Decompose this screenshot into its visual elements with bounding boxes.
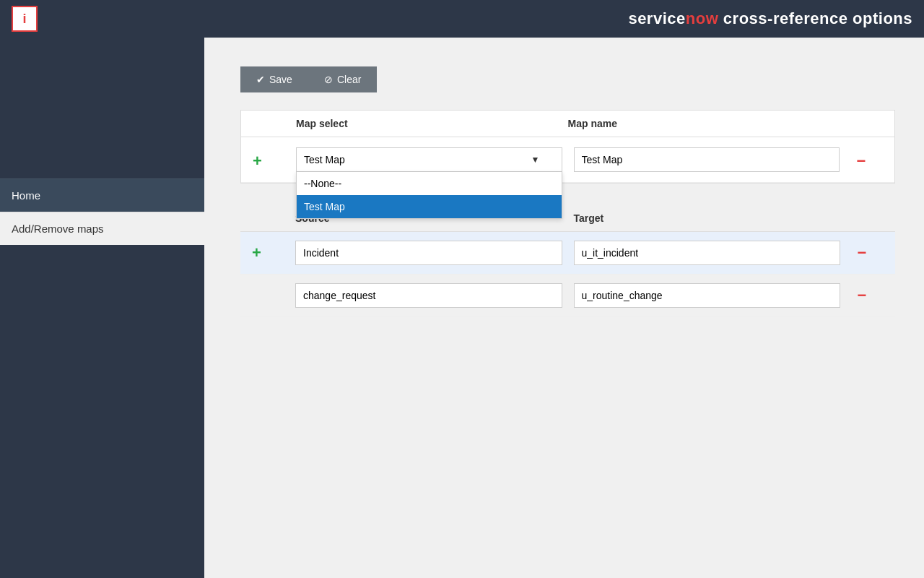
source-input-1[interactable]	[295, 241, 562, 265]
main-content: ✔ Save ⊘ Clear Map select Map name +	[204, 38, 924, 578]
target-input-2[interactable]	[574, 283, 841, 308]
map-row-add-col: +	[253, 147, 296, 169]
map-name-input[interactable]	[574, 147, 840, 172]
sidebar-item-home[interactable]: Home	[0, 178, 204, 212]
app-logo: i	[12, 6, 38, 32]
st-row1-add-col: +	[252, 245, 295, 261]
dropdown-option-testmap[interactable]: Test Map	[297, 195, 562, 218]
clear-label: Clear	[337, 74, 361, 85]
col-action-header	[840, 118, 883, 129]
map-row-select-col: Test Map ▼ --None-- Test Map	[296, 147, 562, 172]
clear-icon: ⊘	[324, 74, 333, 85]
map-select-wrapper: Test Map ▼ --None-- Test Map	[296, 147, 562, 172]
source-input-2[interactable]	[295, 283, 562, 308]
map-section-header: Map select Map name	[241, 111, 894, 137]
save-button[interactable]: ✔ Save	[240, 66, 308, 92]
remove-map-button[interactable]: −	[857, 153, 866, 169]
st-row2-target-col	[562, 283, 841, 308]
sidebar-spacer	[0, 38, 204, 178]
sidebar-item-home-label: Home	[12, 189, 40, 202]
col-target-header: Target	[562, 212, 841, 224]
map-row: + Test Map ▼ --None-- Test	[241, 137, 894, 183]
save-icon: ✔	[256, 74, 265, 85]
sidebar: Home Add/Remove maps	[0, 38, 204, 578]
remove-mapping-button-2[interactable]: −	[858, 288, 867, 303]
st-row2-action-col: −	[840, 288, 884, 303]
add-map-button[interactable]: +	[253, 153, 262, 169]
map-select-value: Test Map	[304, 154, 345, 165]
st-row1-target-col	[562, 241, 841, 265]
logo-text: i	[22, 12, 26, 27]
map-row-action-col: −	[840, 147, 883, 169]
app-title: servicenow cross-reference options	[628, 9, 912, 28]
col-add-header	[253, 118, 296, 129]
st-row2-source-col	[295, 283, 562, 308]
title-prefix: service	[628, 9, 685, 27]
toolbar: ✔ Save ⊘ Clear	[240, 66, 895, 92]
save-label: Save	[269, 74, 292, 85]
remove-mapping-button-1[interactable]: −	[858, 245, 867, 261]
chevron-down-icon: ▼	[531, 155, 540, 165]
map-section: Map select Map name + Test Map ▼	[240, 110, 895, 184]
title-accent: now	[686, 9, 719, 27]
add-mapping-button[interactable]: +	[252, 245, 261, 261]
map-select-dropdown[interactable]: --None-- Test Map	[296, 172, 562, 219]
sidebar-item-add-remove-maps[interactable]: Add/Remove maps	[0, 212, 204, 245]
map-select-display[interactable]: Test Map ▼	[296, 147, 562, 172]
st-row-1: + −	[240, 232, 895, 275]
col-mapname-header: Map name	[568, 118, 840, 129]
header: i servicenow cross-reference options	[0, 0, 924, 38]
target-input-1[interactable]	[574, 241, 841, 265]
st-row1-source-col	[295, 241, 562, 265]
col-mapselect-header: Map select	[296, 118, 568, 129]
st-row-2: −	[240, 275, 895, 317]
dropdown-option-none[interactable]: --None--	[297, 172, 562, 195]
dropdown-option-none-label: --None--	[304, 178, 341, 189]
dropdown-option-testmap-label: Test Map	[304, 201, 345, 212]
title-suffix: cross-reference options	[718, 9, 912, 27]
source-target-section: Source Target + −	[240, 205, 895, 317]
main-layout: Home Add/Remove maps ✔ Save ⊘ Clear Map …	[0, 38, 924, 578]
st-row1-action-col: −	[840, 245, 884, 261]
clear-button[interactable]: ⊘ Clear	[308, 66, 377, 92]
map-row-name-col	[562, 147, 840, 172]
sidebar-item-add-remove-maps-label: Add/Remove maps	[12, 223, 104, 235]
